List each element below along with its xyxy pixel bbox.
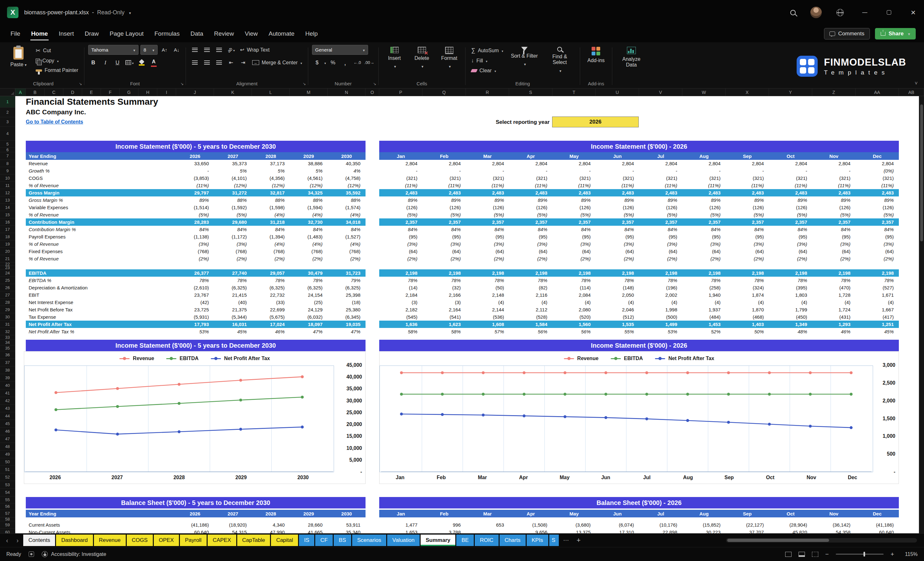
format-cells-button[interactable]: Format	[437, 45, 461, 71]
cell[interactable]: 33,650	[176, 161, 214, 166]
cell[interactable]: (33)	[252, 300, 290, 305]
cell[interactable]: 1,477	[379, 522, 423, 528]
cell[interactable]: (11%)	[423, 183, 466, 188]
row-label[interactable]: Gross Margin %	[26, 197, 176, 203]
cell[interactable]: (126)	[596, 205, 639, 210]
cell[interactable]: 5%	[290, 168, 328, 174]
cell[interactable]: 2,483	[726, 190, 769, 195]
cell[interactable]: (321)	[509, 176, 552, 181]
cell[interactable]: 84%	[812, 227, 855, 232]
cell[interactable]: 37,173	[252, 161, 290, 166]
row-header-47[interactable]: 47	[0, 435, 15, 443]
cell[interactable]: (12%)	[328, 183, 366, 188]
cut-button[interactable]: Cut	[34, 46, 80, 55]
cell[interactable]: (5,675)	[252, 314, 290, 320]
decrease-indent-button[interactable]	[226, 58, 236, 68]
column-header-V[interactable]: V	[639, 88, 682, 96]
cell[interactable]: (0%)	[855, 168, 899, 174]
cell[interactable]: (4)	[812, 300, 855, 305]
cell[interactable]: (32)	[423, 285, 466, 290]
tab-opex[interactable]: OPEX	[154, 535, 179, 546]
cell[interactable]: 2,357	[379, 219, 423, 225]
cell[interactable]: 2,198	[466, 270, 509, 276]
table-header-cell[interactable]: Aug	[682, 510, 726, 518]
cell[interactable]: (1,508)	[509, 522, 552, 528]
table-header-cell[interactable]: 2030	[328, 152, 366, 160]
cell[interactable]: (768)	[214, 249, 252, 254]
cell[interactable]: (2%)	[682, 256, 726, 261]
row-header-1[interactable]: 1	[0, 96, 15, 108]
cell[interactable]: (64)	[423, 249, 466, 254]
cell[interactable]: 37,707	[726, 530, 769, 533]
comma-style-button[interactable]	[340, 58, 350, 68]
row-header-16[interactable]: 16	[0, 218, 15, 226]
tab-charts[interactable]: Charts	[500, 535, 526, 546]
cell[interactable]: 2,483	[509, 190, 552, 195]
row-header-59[interactable]: 59	[0, 521, 15, 528]
tab-captable[interactable]: CapTable	[237, 535, 270, 546]
cell[interactable]: 21,415	[214, 292, 252, 298]
reporting-year-cell[interactable]: 2026	[552, 117, 639, 128]
cell[interactable]: (41,186)	[176, 522, 214, 528]
row-header-15[interactable]: 15	[0, 211, 15, 218]
cell[interactable]: 78%	[639, 278, 682, 283]
cell[interactable]: (15,852)	[682, 522, 726, 528]
cell[interactable]: 45%	[214, 329, 252, 334]
cell[interactable]: (64)	[509, 249, 552, 254]
tab-capex[interactable]: CAPEX	[208, 535, 236, 546]
wrap-text-button[interactable]: Wrap Text	[238, 46, 272, 54]
cell[interactable]: (3%)	[552, 242, 596, 247]
addins-button[interactable]: Add-ins	[584, 45, 608, 65]
cell[interactable]: 47%	[290, 329, 328, 334]
cell[interactable]: (114)	[552, 285, 596, 290]
cell[interactable]: 84%	[552, 227, 596, 232]
column-header-Z[interactable]: Z	[812, 88, 855, 96]
toc-link[interactable]: Go to Table of Contents	[26, 119, 83, 125]
cell[interactable]: (321)	[596, 176, 639, 181]
cell[interactable]: 2,357	[466, 219, 509, 225]
row-header-11[interactable]: 11	[0, 182, 15, 189]
cell[interactable]: 1,608	[466, 322, 509, 327]
cell[interactable]: (126)	[726, 205, 769, 210]
decrease-decimal-button[interactable]	[364, 58, 375, 68]
cell[interactable]: 2,184	[379, 292, 423, 298]
row-label[interactable]: COGS	[26, 176, 176, 181]
cell[interactable]: -	[552, 168, 596, 174]
align-right-button[interactable]	[214, 58, 224, 68]
menu-data[interactable]: Data	[185, 27, 208, 40]
cell[interactable]: 2,198	[682, 270, 726, 276]
cell[interactable]: (64)	[596, 249, 639, 254]
cell[interactable]: 56%	[509, 329, 552, 334]
cell[interactable]: 78%	[466, 278, 509, 283]
cell[interactable]: 46%	[252, 329, 290, 334]
cell[interactable]: (95)	[726, 234, 769, 239]
column-header-S[interactable]: S	[509, 88, 552, 96]
table-header-cell[interactable]: Sep	[726, 152, 769, 160]
cell[interactable]: (4%)	[290, 212, 328, 218]
cell[interactable]: 88%	[252, 197, 290, 203]
search-icon[interactable]	[790, 10, 796, 15]
cell[interactable]: 89%	[639, 197, 682, 203]
cell[interactable]: (321)	[379, 176, 423, 181]
table-header-cell[interactable]: Jun	[596, 152, 639, 160]
table-header-cell[interactable]: Apr	[509, 510, 552, 518]
cell[interactable]: (1,574)	[328, 205, 366, 210]
cell[interactable]: 45%	[855, 329, 899, 334]
cell[interactable]: 84%	[726, 227, 769, 232]
cell[interactable]: (3%)	[509, 242, 552, 247]
cell[interactable]: (11%)	[726, 183, 769, 188]
row-label[interactable]: EBIT	[26, 292, 176, 298]
menu-home[interactable]: Home	[26, 27, 54, 40]
column-header-W[interactable]: W	[682, 88, 726, 96]
cell[interactable]: (126)	[812, 205, 855, 210]
user-avatar[interactable]	[810, 7, 822, 18]
cell[interactable]: (4)	[466, 300, 509, 305]
cell[interactable]: (11%)	[855, 183, 899, 188]
cell[interactable]: 1,799	[769, 307, 812, 312]
cell[interactable]: 1,584	[509, 322, 552, 327]
column-header-T[interactable]: T	[552, 88, 596, 96]
cell[interactable]: (768)	[290, 249, 328, 254]
cell[interactable]: (2%)	[509, 256, 552, 261]
cell[interactable]: (3%)	[639, 242, 682, 247]
row-label[interactable]: % of Revenue	[26, 242, 176, 247]
